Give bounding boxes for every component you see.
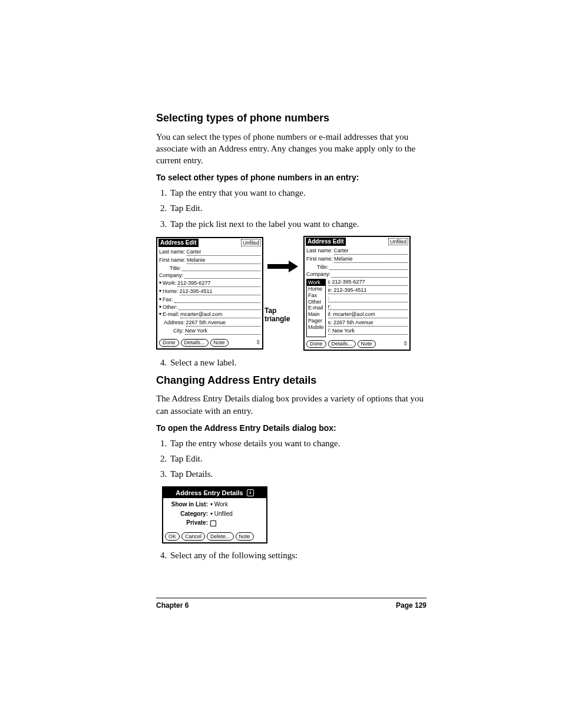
picklist-item-other[interactable]: Other xyxy=(307,299,325,305)
home-label[interactable]: Home: xyxy=(163,288,178,295)
section-heading: Changing Address Entry details xyxy=(156,374,427,387)
home-field[interactable]: e: 212-395-4511 xyxy=(328,287,408,294)
picklist-triangle-icon[interactable]: ▾ xyxy=(159,297,161,303)
details-button[interactable]: Details... xyxy=(328,340,356,348)
step-item: Select a new label. xyxy=(169,357,427,368)
fax-label[interactable]: Fax: xyxy=(163,297,173,303)
email-label[interactable]: E-mail: xyxy=(163,311,179,318)
category-label: Category: xyxy=(167,510,208,518)
other-label[interactable]: Other: xyxy=(163,304,177,311)
step-item: Tap Edit. xyxy=(169,202,427,214)
work-label[interactable]: Work: xyxy=(163,280,176,287)
info-icon[interactable]: i xyxy=(247,489,254,496)
firstname-label: First name: xyxy=(159,257,186,264)
step-list-continued: Select any of the following settings: xyxy=(156,549,427,561)
fax-field[interactable] xyxy=(174,297,260,303)
chapter-label: Chapter 6 xyxy=(156,601,189,610)
page-footer: Chapter 6 Page 129 xyxy=(156,598,427,610)
screen-title: Address Edit xyxy=(158,239,199,247)
step-list: Tap the entry that you want to change. T… xyxy=(156,187,427,230)
company-field[interactable] xyxy=(184,272,260,279)
showinlist-label: Show in List: xyxy=(167,500,208,509)
delete-button[interactable]: Delete... xyxy=(207,532,234,541)
note-button[interactable]: Note xyxy=(358,340,376,348)
work-field[interactable]: c 212-395-6277 xyxy=(328,279,408,286)
email-field[interactable]: mcarter@aol.com xyxy=(180,311,260,318)
firstname-field[interactable]: Melanie xyxy=(334,256,408,263)
showinlist-selector[interactable]: ▾ Work xyxy=(210,500,263,509)
figure-row: Address Edit Unfiled Last name:Carter Fi… xyxy=(156,236,427,351)
picklist-item-main[interactable]: Main xyxy=(307,311,325,318)
address-edit-left: Address Edit Unfiled Last name:Carter Fi… xyxy=(156,237,263,350)
section-heading: Selecting types of phone numbers xyxy=(156,112,427,125)
company-label: Company: xyxy=(306,271,330,278)
scroll-arrows-icon[interactable]: ⇳ xyxy=(256,339,260,346)
work-field[interactable]: 212-395-6277 xyxy=(177,280,260,287)
cancel-button[interactable]: Cancel xyxy=(181,532,205,541)
category-selector[interactable]: ▾ Unfiled xyxy=(210,510,263,518)
note-button[interactable]: Note xyxy=(236,532,254,541)
step-item: Tap the entry whose details you want to … xyxy=(169,437,427,449)
main-field[interactable]: s: 2267 5th Avenue xyxy=(328,319,408,327)
section-intro: The Address Entry Details dialog box pro… xyxy=(156,393,427,417)
address-field[interactable]: 2267 5th Avenue xyxy=(186,319,260,327)
firstname-label: First name: xyxy=(306,256,333,263)
home-field[interactable]: 212-395-4511 xyxy=(180,288,260,295)
private-checkbox[interactable] xyxy=(210,521,216,526)
label-picklist[interactable]: Work Home Fax Other E-mail Main Pager Mo… xyxy=(306,279,326,337)
section-intro: You can select the types of phone number… xyxy=(156,131,427,167)
step-item: Select any of the following settings: xyxy=(169,549,427,561)
city-field[interactable]: New York xyxy=(185,328,260,335)
right-arrow-icon xyxy=(267,262,299,271)
picklist-triangle-icon[interactable]: ▾ xyxy=(159,280,161,287)
address-entry-details-dialog: Address Entry Details i Show in List:▾ W… xyxy=(162,486,267,543)
fax-field[interactable]: : xyxy=(328,295,408,302)
picklist-item-pager[interactable]: Pager xyxy=(307,318,325,324)
picklist-item-fax[interactable]: Fax xyxy=(307,292,325,299)
procedure-heading: To select other types of phone numbers i… xyxy=(156,172,427,183)
note-button[interactable]: Note xyxy=(210,339,229,347)
step-item: Tap the pick list next to the label you … xyxy=(169,218,427,230)
picklist-item-home[interactable]: Home xyxy=(307,286,325,292)
done-button[interactable]: Done xyxy=(159,339,179,347)
title-label: Title: xyxy=(317,264,328,271)
pager-field[interactable]: /: New York xyxy=(328,328,408,335)
ok-button[interactable]: OK xyxy=(165,532,180,541)
picklist-triangle-icon[interactable]: ▾ xyxy=(159,288,161,295)
picklist-item-work[interactable]: Work xyxy=(307,279,325,286)
company-field[interactable] xyxy=(332,271,408,278)
title-field[interactable] xyxy=(329,264,408,271)
private-label: Private: xyxy=(167,519,208,527)
dialog-title: Address Entry Details xyxy=(176,489,243,498)
lastname-field[interactable]: Carter xyxy=(187,249,260,256)
picklist-item-mobile[interactable]: Mobile xyxy=(307,324,325,331)
details-button[interactable]: Details... xyxy=(181,339,209,347)
title-field[interactable] xyxy=(182,265,260,272)
title-label: Title: xyxy=(170,265,181,272)
other-field[interactable] xyxy=(178,304,260,311)
email-field[interactable]: il: mcarter@aol.com xyxy=(328,311,408,318)
picklist-triangle-icon[interactable]: ▾ xyxy=(159,304,161,311)
step-list: Tap the entry whose details you want to … xyxy=(156,437,427,480)
procedure-heading: To open the Address Entry Details dialog… xyxy=(156,423,427,434)
address-edit-right: Address Edit Unfiled Last name:Carter Fi… xyxy=(303,236,411,351)
picklist-item-email[interactable]: E-mail xyxy=(307,305,325,311)
lastname-label: Last name: xyxy=(159,249,186,256)
page-number: Page 129 xyxy=(396,601,427,610)
company-label: Company: xyxy=(159,272,183,279)
city-label: City: xyxy=(173,328,184,335)
screen-title: Address Edit xyxy=(306,238,346,246)
step-item: Tap the entry that you want to change. xyxy=(169,187,427,199)
arrow-between: Taptriangle xyxy=(263,262,303,324)
picklist-triangle-icon[interactable]: ▾ xyxy=(159,311,161,318)
step-item: Tap Details. xyxy=(169,468,427,480)
category-selector[interactable]: Unfiled xyxy=(388,238,408,246)
lastname-field[interactable]: Carter xyxy=(334,248,408,255)
firstname-field[interactable]: Melanie xyxy=(187,257,260,264)
scroll-arrows-icon[interactable]: ⇳ xyxy=(403,340,408,347)
step-list-continued: Select a new label. xyxy=(156,357,427,368)
step-item: Tap Edit. xyxy=(169,453,427,465)
category-selector[interactable]: Unfiled xyxy=(241,239,261,247)
done-button[interactable]: Done xyxy=(306,340,326,348)
other-field[interactable]: r: xyxy=(328,304,408,311)
